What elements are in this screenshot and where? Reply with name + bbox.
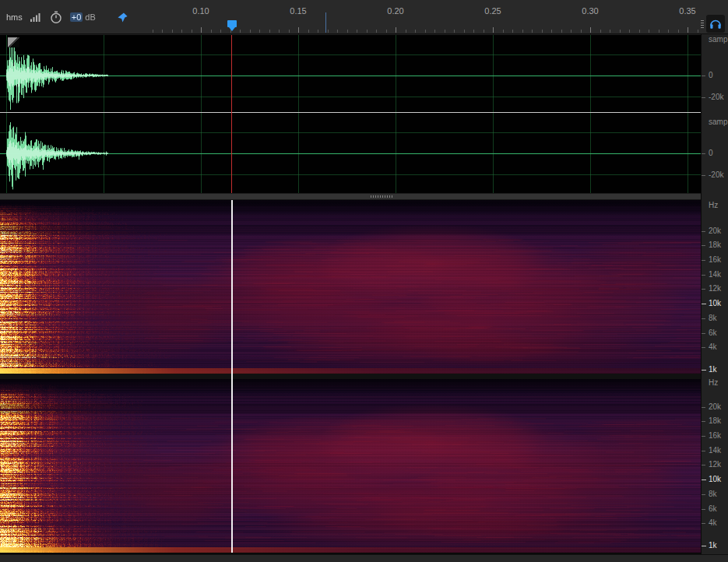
rail-amplitude-label: 0 (709, 71, 713, 80)
ruler-minor-tick (211, 30, 212, 33)
ruler-minor-tick (406, 30, 406, 33)
rail-tick (702, 333, 705, 334)
rail-amplitude-label: -20k (709, 93, 723, 102)
ruler-minor-tick (181, 30, 182, 33)
rail-tick (702, 318, 705, 319)
rail-tick (702, 451, 705, 451)
playhead-line-spectrogram[interactable] (231, 200, 233, 553)
panel-splitter[interactable] (0, 193, 701, 200)
rail-tick (702, 153, 705, 154)
ruler-minor-tick (532, 30, 533, 33)
rail-frequency-label: 18k (709, 416, 721, 426)
gain-readout[interactable]: +0 dB (70, 12, 96, 22)
ruler-minor-tick (542, 30, 543, 33)
ruler-minor-tick (434, 30, 435, 33)
rail-unit-label: samp (709, 35, 727, 44)
ruler-minor-tick (445, 30, 445, 33)
ruler-minor-tick (561, 30, 562, 33)
ruler-minor-tick (162, 30, 163, 33)
ruler-minor-tick (503, 30, 504, 33)
rail-tick (702, 76, 705, 76)
toolbar-left-group: hms +0 dB (0, 0, 128, 34)
rail-frequency-label: 16k (709, 431, 721, 441)
ruler-minor-tick (473, 30, 474, 33)
spectrogram-canvas-left[interactable] (0, 200, 701, 374)
scale-rail[interactable]: samp0-20ksamp0-20kHzHz20k20k18k18k16k16k… (701, 34, 728, 554)
rail-amplitude-label: -20k (709, 170, 723, 180)
headphone-monitor-button[interactable] (706, 15, 725, 33)
ruler-minor-tick (512, 30, 513, 33)
rail-frequency-label: 8k (709, 490, 717, 499)
ruler-minor-tick (678, 30, 679, 33)
rail-tick (702, 231, 705, 232)
ruler-minor-tick (600, 30, 601, 33)
ruler-minor-tick (250, 30, 251, 33)
rail-frequency-label: 16k (709, 255, 721, 265)
rail-tick (702, 275, 705, 276)
rail-frequency-label: 20k (709, 227, 721, 236)
ruler-minor-tick (668, 30, 669, 33)
rail-tick (702, 546, 706, 546)
ruler-minor-tick (337, 30, 338, 33)
ruler-minor-tick (551, 30, 552, 33)
ruler-marker-line (325, 12, 326, 33)
toolbar: 0.100.150.200.250.300.35 hms +0 (0, 0, 728, 34)
channel-handle-icon[interactable] (8, 37, 19, 47)
ruler-minor-tick (308, 30, 309, 33)
spectrogram-canvas-right[interactable] (0, 379, 701, 553)
ruler-minor-tick (464, 30, 465, 33)
rail-tick (702, 260, 705, 261)
bottom-scrollbar[interactable] (0, 554, 728, 562)
playhead-handle[interactable] (227, 20, 237, 27)
ruler-minor-tick (259, 30, 260, 33)
ruler-time-label: 0.35 (679, 6, 695, 16)
time-format-selector[interactable]: hms (6, 12, 23, 22)
ruler-time-label: 0.20 (387, 6, 403, 16)
clock-icon[interactable] (49, 10, 63, 24)
ruler-major-tick (298, 27, 299, 33)
waveform-panel[interactable] (0, 35, 701, 193)
rail-tick (702, 494, 705, 495)
rail-frequency-label: 1k (709, 541, 717, 550)
rail-frequency-label: 12k (709, 284, 721, 293)
spectrogram-gap (0, 374, 701, 379)
ruler-minor-tick (415, 30, 416, 33)
ruler-major-tick (201, 27, 202, 33)
ruler-minor-tick (620, 30, 621, 33)
rail-frequency-label: 20k (709, 402, 721, 412)
ruler-minor-tick (357, 30, 357, 33)
waveform-canvas-right[interactable] (0, 113, 701, 193)
waveform-canvas-left[interactable] (0, 35, 701, 112)
ruler-time-label: 0.25 (484, 6, 501, 16)
ruler-minor-tick (318, 30, 318, 33)
ruler-minor-tick (192, 30, 192, 33)
rail-frequency-label: 4k (709, 342, 717, 352)
ruler-minor-tick (386, 30, 387, 33)
headphones-icon (709, 18, 722, 30)
audio-editor-window: 0.100.150.200.250.300.35 hms +0 (0, 0, 728, 562)
level-meter-icon[interactable] (30, 12, 42, 23)
gain-value[interactable]: +0 (70, 12, 83, 22)
gain-unit-label: dB (85, 12, 95, 22)
ruler-minor-tick (629, 30, 630, 33)
ruler-minor-tick (610, 30, 610, 33)
rail-tick (702, 421, 705, 422)
rail-tick (702, 407, 705, 408)
ruler-minor-tick (240, 30, 241, 33)
rail-tick (702, 97, 705, 98)
spectrogram-panel[interactable] (0, 200, 701, 554)
ruler-minor-tick (347, 30, 348, 33)
ruler-minor-tick (581, 30, 582, 33)
ruler-major-tick (493, 27, 494, 33)
rail-tick (702, 289, 705, 290)
rail-frequency-label: 6k (709, 504, 717, 514)
playhead-line-waveform[interactable] (231, 35, 232, 193)
rail-frequency-label: 14k (709, 446, 721, 455)
rail-tick (702, 509, 705, 510)
ruler-time-label: 0.15 (290, 6, 306, 16)
rail-tick (702, 245, 705, 246)
ruler-minor-tick (376, 30, 377, 33)
rail-frequency-label: 18k (709, 241, 721, 250)
pin-icon[interactable] (117, 12, 128, 23)
ruler-minor-tick (649, 30, 649, 33)
